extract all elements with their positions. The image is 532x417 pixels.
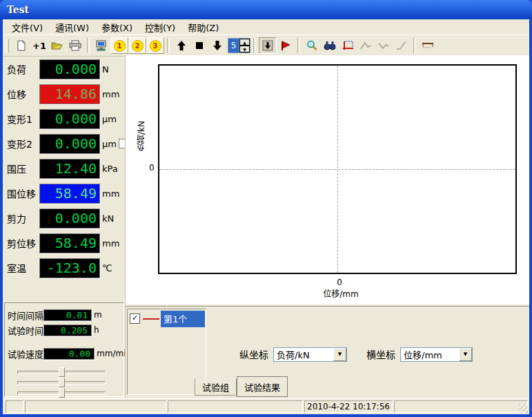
displacement-display: 14.86 — [39, 84, 100, 104]
slider-thumb[interactable] — [59, 378, 65, 387]
move-up-button[interactable] — [173, 37, 190, 54]
status-panel-1 — [6, 400, 23, 413]
y-axis-combo-value: 负荷/kN — [274, 348, 333, 361]
menu-params[interactable]: 参数(X) — [95, 19, 139, 35]
toolbar-separator — [253, 38, 256, 53]
new-file-button[interactable] — [12, 37, 30, 54]
deform1-unit: μm — [102, 114, 117, 124]
readout-row-room-temp: 室温 -123.0 ℃ — [7, 257, 123, 279]
plus-one-icon: +1 — [32, 41, 46, 51]
readout-row-confining-displacement: 围位移 58.49 mm — [7, 182, 123, 204]
print-button[interactable] — [66, 37, 84, 54]
speed-slider-1[interactable] — [17, 367, 106, 376]
series-color-swatch — [143, 318, 159, 320]
curve-k-button: K — [393, 37, 411, 54]
test-speed-row: 试验速度 0.00 mm/min — [8, 347, 124, 360]
download-data-button[interactable] — [259, 37, 277, 54]
x-axis-combo-value: 位移/mm — [401, 348, 459, 361]
curve-peak-button — [357, 37, 375, 54]
axis-selector-row: 纵坐标 负荷/kN ▼ 横坐标 位移/mm ▼ — [206, 347, 528, 362]
printer-icon — [69, 40, 81, 51]
down-arrow-icon — [212, 40, 223, 51]
slider-thumb[interactable] — [59, 367, 65, 377]
mark-flag-button[interactable] — [277, 37, 295, 54]
zoom-button[interactable] — [303, 37, 321, 54]
channel-1-button[interactable]: 1 — [110, 37, 128, 54]
load-label: 负荷 — [7, 62, 39, 76]
plot-area[interactable] — [158, 64, 517, 274]
readouts-panel: 负荷 0.000 N 位移 14.86 mm 变形1 0.000 μm 变形2 … — [4, 57, 123, 287]
y-axis-selector-label: 纵坐标 — [239, 347, 268, 361]
menu-control[interactable]: 控制(Y) — [139, 19, 181, 35]
stop-square-icon — [195, 41, 204, 50]
open-file-button[interactable] — [48, 37, 66, 54]
move-down-button[interactable] — [208, 37, 226, 54]
room-temp-display: -123.0 — [39, 258, 100, 278]
series-checkbox[interactable]: ✓ — [130, 313, 140, 324]
test-time-row: 试验时间 0.205 h — [8, 323, 99, 337]
x-axis-combo[interactable]: 位移/mm ▼ — [400, 347, 473, 362]
speed-spinner-value[interactable]: 5 — [228, 39, 239, 52]
ruler-button[interactable] — [419, 37, 437, 54]
status-datetime: 2010-4-22 10:17:56 — [307, 402, 390, 411]
menu-help[interactable]: 帮助(Z) — [181, 19, 225, 35]
test-speed-label: 试验速度 — [8, 347, 43, 360]
load-unit: N — [102, 64, 109, 75]
slider-thumb[interactable] — [59, 388, 65, 398]
y-axis-combo[interactable]: 负荷/kN ▼ — [273, 347, 347, 362]
menu-comm[interactable]: 通讯(W) — [49, 19, 95, 35]
open-folder-icon — [51, 40, 63, 51]
shear-displacement-display: 58.49 — [39, 233, 100, 253]
combo-dropdown-icon[interactable]: ▼ — [459, 348, 472, 361]
readout-row-deform2: 变形2 0.000 μm — [7, 133, 123, 155]
axes-setup-button[interactable] — [339, 37, 357, 54]
status-panel-5 — [394, 400, 528, 413]
boxed-down-arrow-icon — [262, 40, 273, 51]
zero-gridline-vertical — [337, 66, 338, 273]
deform1-label: 变形1 — [7, 112, 39, 126]
confining-displacement-unit: mm — [102, 188, 119, 199]
series-item[interactable]: ✓ 第1个 — [130, 311, 205, 326]
window-title: Test — [7, 4, 29, 15]
spinner-up-icon[interactable]: ▲ — [239, 39, 250, 46]
curve-valley-button — [375, 37, 393, 54]
tab-test-results[interactable]: 试验结果 — [237, 376, 288, 397]
combo-dropdown-icon[interactable]: ▼ — [333, 348, 346, 361]
confining-displacement-label: 围位移 — [7, 186, 39, 200]
series-name[interactable]: 第1个 — [161, 311, 205, 327]
curve-peak-icon — [359, 40, 372, 51]
shear-displacement-label: 剪位移 — [7, 236, 39, 250]
timing-panel: 时间间隔 0.01 m 试验时间 0.205 h 试验速度 0.00 mm/mi… — [4, 302, 124, 397]
up-arrow-icon — [176, 40, 187, 51]
speed-spinner[interactable]: 5 ▲ ▼ — [228, 38, 250, 53]
status-panel-3 — [168, 400, 303, 413]
channel-2-button[interactable]: 2 — [128, 37, 146, 54]
deform1-display: 0.000 — [39, 109, 100, 129]
spinner-down-icon[interactable]: ▼ — [239, 46, 250, 52]
chart-x-tick: 0 — [333, 278, 346, 287]
toolbar-grip[interactable] — [6, 39, 9, 52]
test-time-display: 0.205 — [43, 324, 92, 336]
test-time-unit: h — [94, 325, 99, 335]
title-bar: Test — [0, 0, 532, 19]
search-button[interactable] — [321, 37, 339, 54]
connect-machine-button[interactable] — [92, 37, 110, 54]
speed-slider-2[interactable] — [17, 378, 106, 386]
status-panel-2 — [25, 400, 166, 413]
confining-pressure-display: 12.40 — [39, 159, 100, 179]
tab-test-group[interactable]: 试验组 — [195, 379, 237, 396]
speed-slider-3[interactable] — [17, 388, 106, 396]
bottom-tabs: 试验组 试验结果 — [195, 376, 288, 395]
red-flag-icon — [279, 40, 292, 51]
curve-k-icon: K — [395, 40, 408, 51]
resize-grip[interactable] — [519, 404, 528, 413]
time-interval-row: 时间间隔 0.01 m — [8, 308, 102, 322]
readout-row-confining-pressure: 围压 12.40 kPa — [7, 157, 123, 180]
menu-file[interactable]: 文件(V) — [6, 19, 49, 35]
add-one-button[interactable]: +1 — [30, 37, 48, 54]
displacement-label: 位移 — [7, 87, 39, 101]
stop-button[interactable] — [190, 37, 208, 54]
deform2-label: 变形2 — [7, 137, 39, 151]
chart-x-axis-label: 位移/mm — [306, 287, 375, 299]
channel-3-button[interactable]: 3 — [146, 37, 164, 54]
